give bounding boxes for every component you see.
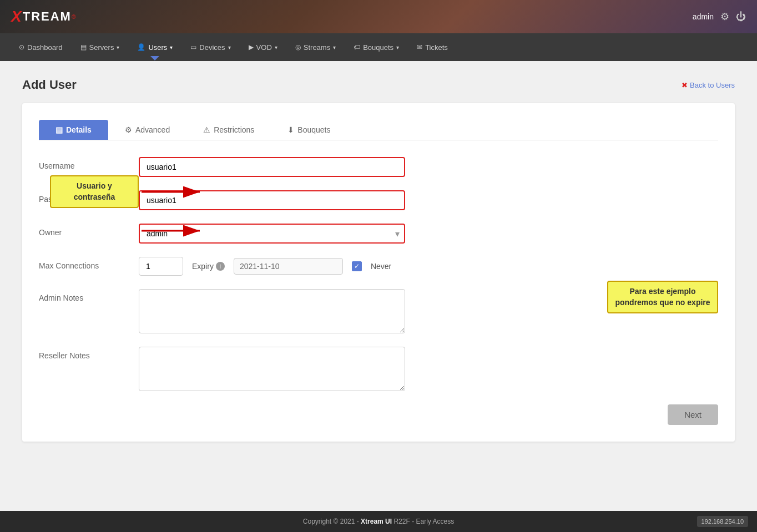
tab-details[interactable]: ▤ Details [39,120,108,140]
max-connections-label: Max Connections [39,257,139,270]
username-input[interactable] [139,157,405,177]
owner-group: Owner admin ▾ [39,224,718,244]
nav-tickets[interactable]: ✉ Tickets [409,39,456,56]
reseller-notes-textarea[interactable] [139,347,405,391]
nav-servers[interactable]: ▤ Servers ▾ [73,39,128,56]
username-group: Username [39,157,718,177]
users-arrow: ▾ [170,44,173,50]
tab-restrictions[interactable]: ⚠ Restrictions [186,120,271,140]
expiry-info-icon[interactable]: i [216,262,225,271]
reseller-notes-group: Reseller Notes [39,347,718,391]
restrictions-tab-label: Restrictions [214,125,254,134]
logo-text: TREAM [23,9,72,24]
logo: XTREAM® [11,8,77,26]
logo-trademark: ® [72,14,77,20]
devices-arrow: ▾ [228,44,231,50]
vod-arrow: ▾ [275,44,277,50]
admin-notes-textarea[interactable] [139,289,405,333]
never-checkbox[interactable]: ✓ [352,261,362,271]
servers-arrow: ▾ [117,44,119,50]
bouquets-icon: 🏷 [354,43,360,51]
footer-copyright: Copyright © 2021 - Xtream UI R22F - Earl… [303,518,454,525]
users-icon: 👤 [137,43,145,51]
nav-bouquets[interactable]: 🏷 Bouquets ▾ [346,39,407,56]
reseller-notes-label: Reseller Notes [39,347,139,360]
nav-devices-label: Devices [199,43,225,52]
form-card: ▤ Details ⚙ Advanced ⚠ Restrictions ⬇ Bo… [22,103,735,442]
nav-devices[interactable]: ▭ Devices ▾ [183,39,238,56]
tickets-icon: ✉ [417,43,422,51]
advanced-tab-icon: ⚙ [125,125,132,134]
next-button[interactable]: Next [668,404,718,425]
nav-bouquets-label: Bouquets [363,43,393,52]
footer-version: R22F - Early Access [393,518,454,525]
back-to-users-link[interactable]: ✖ Back to Users [682,81,735,89]
streams-arrow: ▾ [333,44,336,50]
servers-icon: ▤ [80,43,87,51]
footer-text: Copyright © 2021 - [303,518,361,525]
nav-vod-label: VOD [256,43,272,52]
password-input[interactable] [139,190,405,210]
expiry-text: Expiry [192,262,214,271]
tab-advanced[interactable]: ⚙ Advanced [108,120,186,140]
callout-credentials: Usuario y contraseña [50,175,139,208]
owner-select[interactable]: admin [139,224,405,244]
never-text: Never [371,262,391,271]
admin-notes-label: Admin Notes [39,289,139,302]
password-group: Password [39,190,718,210]
logo-x: X [11,8,23,26]
tab-bouquets[interactable]: ⬇ Bouquets [271,120,347,140]
footer-brand: Xtream UI [361,518,392,525]
owner-label: Owner [39,224,139,237]
username-label: Username [39,157,139,170]
settings-icon[interactable]: ⚙ [720,11,729,23]
devices-icon: ▭ [190,43,196,51]
power-icon[interactable]: ⏻ [736,11,746,23]
form-area: Usuario y contraseña Para este ejemplo p… [22,103,735,442]
dashboard-icon: ⊙ [19,43,24,51]
expiry-input[interactable] [234,258,343,275]
bouquets-arrow: ▾ [396,44,399,50]
nav-streams-label: Streams [304,43,330,52]
advanced-tab-label: Advanced [135,125,170,134]
streams-icon: ◎ [295,43,301,51]
owner-select-wrapper: admin ▾ [139,224,405,244]
nav-servers-label: Servers [89,43,114,52]
page-title: Add User [22,78,77,92]
form-tabs: ▤ Details ⚙ Advanced ⚠ Restrictions ⬇ Bo… [39,120,718,140]
nav-streams[interactable]: ◎ Streams ▾ [287,39,344,56]
footer-ip: 192.168.254.10 [697,516,748,527]
restrictions-tab-icon: ⚠ [203,125,210,134]
main-content: Add User ✖ Back to Users Usuario y contr… [0,61,757,511]
admin-username: admin [693,12,714,21]
header-right: admin ⚙ ⏻ [693,11,746,23]
nav-dashboard-label: Dashboard [27,43,63,52]
bouquets-tab-icon: ⬇ [287,125,294,134]
back-icon: ✖ [682,81,688,89]
connections-row: Expiry i ✓ Never [139,257,405,276]
nav-dashboard[interactable]: ⊙ Dashboard [11,39,70,56]
nav-tickets-label: Tickets [425,43,448,52]
details-tab-icon: ▤ [55,125,63,134]
form-footer: Next [39,404,718,425]
nav-users[interactable]: 👤 Users ▾ [129,39,180,56]
details-tab-label: Details [66,125,92,134]
nav-users-label: Users [148,43,167,52]
nav-vod[interactable]: ▶ VOD ▾ [241,39,285,56]
max-connections-group: Max Connections Expiry i ✓ Never [39,257,718,276]
navbar: ⊙ Dashboard ▤ Servers ▾ 👤 Users ▾ ▭ Devi… [0,33,757,61]
nav-active-indicator [150,56,159,60]
back-label: Back to Users [690,81,735,89]
vod-icon: ▶ [249,43,254,51]
never-label-text: Never [371,262,391,271]
callout-expiry: Para este ejemplo pondremos que no expir… [607,281,718,313]
max-connections-input[interactable] [139,257,183,276]
bouquets-tab-label: Bouquets [297,125,330,134]
footer: Copyright © 2021 - Xtream UI R22F - Earl… [0,511,757,532]
page-header: Add User ✖ Back to Users [22,78,735,92]
header: XTREAM® admin ⚙ ⏻ [0,0,757,33]
expiry-label: Expiry i [192,262,225,271]
